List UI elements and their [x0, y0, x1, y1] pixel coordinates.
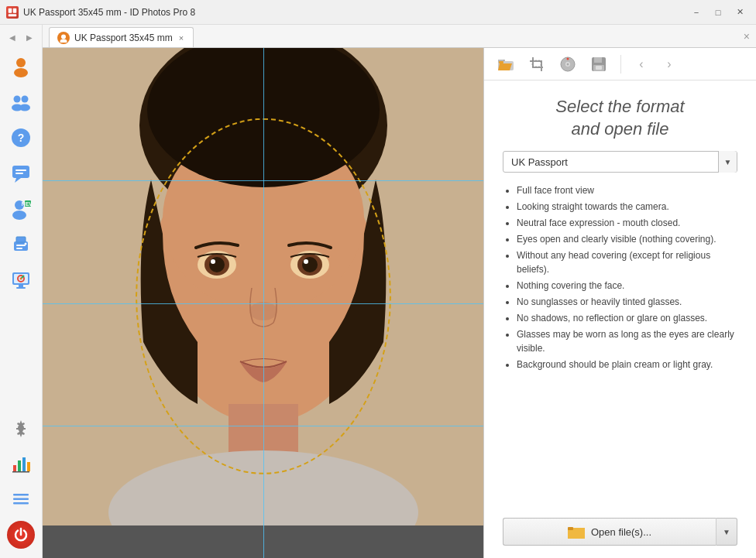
sidebar-item-help[interactable]: ?: [4, 121, 38, 155]
app-icon: [6, 6, 19, 19]
svg-rect-74: [596, 66, 602, 70]
maximize-button[interactable]: □: [708, 5, 728, 20]
requirement-item: Looking straight towards the camera.: [517, 200, 737, 214]
svg-text:NEW: NEW: [22, 201, 32, 207]
sidebar-item-list[interactable]: [4, 482, 38, 516]
requirement-item: No sunglasses or heavily tinted glasses.: [517, 295, 737, 309]
svg-rect-2: [9, 14, 17, 16]
svg-point-53: [302, 257, 318, 272]
svg-marker-60: [498, 63, 512, 70]
requirement-item: Background should be plain cream or ligh…: [517, 358, 737, 371]
svg-point-50: [211, 259, 215, 264]
open-folder-icon: [568, 525, 585, 539]
nav-back-button[interactable]: ‹: [631, 53, 652, 75]
sidebar-item-person[interactable]: [4, 50, 38, 84]
svg-point-49: [209, 257, 225, 272]
svg-rect-34: [27, 462, 30, 471]
requirement-item: Neutral face expression - mouth closed.: [517, 216, 737, 230]
tab-close-button[interactable]: ×: [177, 33, 185, 43]
monitor-icon: [10, 269, 32, 291]
tab-uk-passport[interactable]: UK Passport 35x45 mm ×: [49, 27, 194, 47]
svg-rect-26: [19, 285, 23, 287]
right-toolbar: ‹ ›: [484, 48, 756, 80]
right-content: Select the format and open file UK Passp…: [484, 80, 756, 558]
toolbar-save-button[interactable]: [586, 52, 611, 77]
svg-rect-72: [594, 57, 602, 63]
nav-left-arrow[interactable]: ◀: [5, 29, 20, 45]
print-icon: [10, 234, 32, 255]
toolbar-open-button[interactable]: [493, 52, 518, 77]
open-files-row: Open file(s)... ▼: [503, 510, 737, 546]
svg-rect-21: [16, 248, 22, 249]
toolbar-disc-button[interactable]: [555, 52, 580, 77]
svg-point-55: [249, 302, 277, 320]
svg-point-8: [19, 104, 30, 111]
window-controls: − □ ✕: [686, 5, 750, 20]
requirement-item: Eyes open and clearly visible (nothing c…: [517, 232, 737, 246]
svg-rect-1: [13, 8, 17, 12]
open-files-arrow-button[interactable]: ▼: [716, 518, 737, 546]
sidebar-item-new-person[interactable]: NEW: [4, 192, 38, 226]
svg-point-4: [14, 68, 28, 77]
person-icon: [10, 56, 32, 77]
toolbar-crop-button[interactable]: [524, 52, 549, 77]
svg-text:?: ?: [18, 132, 25, 144]
power-button[interactable]: [7, 521, 35, 549]
sidebar-item-settings[interactable]: [4, 411, 38, 445]
svg-rect-64: [541, 60, 542, 71]
tab-label: UK Passport 35x45 mm: [74, 33, 173, 43]
sidebar-item-chat[interactable]: [4, 156, 38, 190]
list-icon: [10, 488, 32, 510]
svg-rect-27: [16, 287, 26, 289]
nav-forward-button[interactable]: ›: [658, 53, 680, 75]
close-button[interactable]: ✕: [730, 5, 750, 20]
svg-rect-61: [499, 61, 503, 63]
svg-point-54: [304, 259, 308, 264]
face-svg: [43, 48, 484, 525]
minimize-button[interactable]: −: [686, 5, 706, 20]
save-icon: [590, 56, 607, 73]
tab-bar: UK Passport 35x45 mm × ×: [43, 25, 756, 48]
folder-open-icon: [497, 56, 514, 73]
svg-point-39: [61, 34, 66, 39]
requirement-item: Full face front view: [517, 183, 737, 197]
tab-person-icon: [57, 32, 70, 44]
svg-point-70: [567, 57, 569, 60]
svg-rect-11: [12, 166, 29, 178]
format-dropdown-arrow[interactable]: ▼: [718, 151, 737, 173]
requirement-item: Glasses may be worn as long as the eyes …: [517, 327, 737, 355]
svg-point-5: [14, 96, 21, 103]
panel-close-button[interactable]: ×: [744, 30, 750, 43]
chart-icon: [10, 453, 32, 474]
crop-icon: [528, 56, 545, 73]
disc-icon: [559, 56, 576, 73]
help-icon: ?: [10, 127, 32, 149]
chat-icon: [10, 163, 32, 184]
svg-rect-32: [18, 460, 21, 471]
svg-point-69: [567, 63, 569, 65]
photo-panel: [43, 48, 484, 558]
toolbar-separator: [620, 55, 621, 74]
svg-rect-31: [13, 465, 16, 471]
requirement-item: Nothing covering the face.: [517, 279, 737, 293]
svg-marker-12: [15, 178, 21, 183]
svg-point-29: [20, 278, 22, 280]
nav-right-arrow[interactable]: ▶: [22, 29, 37, 45]
svg-point-16: [12, 211, 26, 220]
requirement-item: No shadows, no reflection or glare on gl…: [517, 311, 737, 325]
open-files-button[interactable]: Open file(s)...: [503, 518, 716, 546]
right-panel: ‹ › Select the format and open file UK P…: [484, 48, 756, 558]
sidebar: ◀ ▶ ?: [0, 25, 43, 558]
sidebar-item-print[interactable]: [4, 228, 38, 262]
sidebar-item-chart[interactable]: [4, 447, 38, 481]
settings-icon: [10, 417, 32, 439]
svg-rect-14: [15, 173, 23, 174]
svg-rect-37: [13, 498, 29, 501]
sidebar-item-group[interactable]: [4, 85, 38, 119]
format-dropdown[interactable]: UK Passport ▼: [503, 151, 737, 173]
requirement-item: Without any head covering (except for re…: [517, 248, 737, 276]
svg-rect-13: [15, 169, 26, 171]
sidebar-item-monitor[interactable]: [4, 263, 38, 297]
svg-rect-65: [530, 60, 541, 62]
svg-rect-36: [13, 494, 29, 496]
